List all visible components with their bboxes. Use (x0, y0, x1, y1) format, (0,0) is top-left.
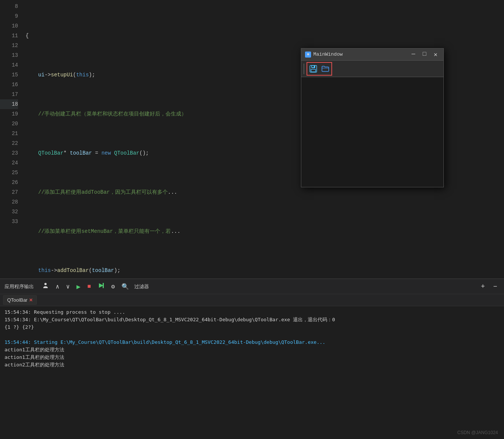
output-tab-close[interactable]: ✕ (29, 298, 33, 303)
svg-rect-3 (312, 66, 314, 67)
output-person-icon (42, 282, 49, 289)
output-line-7: action1工具栏的处理方法 (5, 354, 499, 361)
ln-28: 28 (0, 197, 18, 207)
ln-21: 21 (0, 129, 18, 138)
output-search-btn[interactable]: 🔍 (120, 282, 131, 291)
svg-point-4 (44, 283, 47, 285)
output-debug-btn[interactable] (96, 281, 106, 292)
output-line-4 (5, 331, 499, 339)
output-line-2: 15:54:34: E:\My_Course\QT\QToolBar\build… (5, 316, 499, 324)
output-up-btn[interactable]: ∧ (54, 282, 61, 291)
preview-close-btn[interactable]: ✕ (431, 50, 440, 59)
output-line-3: {1 ?} {2?} (5, 324, 499, 331)
output-line-6: action1工具栏的处理方法 (5, 346, 499, 354)
code-line-14: this->addToolBar(toolBar); (26, 266, 504, 275)
ln-20: 20 (0, 119, 18, 129)
preview-titlebar-controls[interactable]: — □ ✕ (409, 50, 440, 59)
ln-8: 8 (0, 2, 18, 11)
output-plus-btn[interactable]: + (478, 282, 487, 291)
ln-26: 26 (0, 178, 18, 187)
output-tab-qtoolbar[interactable]: QToolBar ✕ (3, 295, 37, 305)
code-line-12: //添加工具栏使用addTooBar，因为工具栏可以有多个... (26, 187, 504, 197)
output-down-btn[interactable]: ∨ (65, 282, 71, 291)
output-line-8: action2工具栏的处理方法 (5, 361, 499, 369)
ln-24: 24 (0, 158, 18, 168)
ln-9: 9 (0, 11, 18, 21)
toolbar-separator (304, 64, 304, 74)
svg-rect-6 (103, 283, 104, 288)
ln-11: 11 (0, 31, 18, 41)
output-line-5: 15:54:44: Starting E:\My_Course\QT\QTool… (5, 339, 499, 346)
output-line-1: 15:54:34: Requesting process to stop ...… (5, 308, 499, 316)
preview-maximize-btn[interactable]: □ (421, 50, 429, 59)
toolbar-btn-group (307, 62, 332, 76)
ln-19: 19 (0, 109, 18, 119)
ln-32: 32 (0, 207, 18, 217)
preview-app-icon: ■ (305, 52, 311, 58)
toolbar-save-btn[interactable] (308, 64, 319, 74)
watermark: CSDN @JANG1024 (457, 430, 498, 435)
ln-25: 25 (0, 168, 18, 178)
preview-title: MainWindow (313, 52, 343, 57)
output-tab-label: QToolBar (7, 297, 27, 303)
ln-33: 33 (0, 217, 18, 226)
filter-label: 过滤器 (134, 283, 149, 290)
ln-18: 18 (0, 99, 18, 109)
code-line-13: //添加菜单栏使用setMenuBar，菜单栏只能有一个，若... (26, 226, 504, 236)
save-icon (309, 65, 317, 73)
output-settings-btn[interactable]: ⚙ (110, 282, 117, 291)
svg-rect-2 (311, 69, 316, 72)
output-tabs: QToolBar ✕ (0, 294, 504, 306)
ln-17: 17 (0, 90, 18, 99)
preview-titlebar-left: ■ MainWindow (305, 52, 343, 58)
ln-14: 14 (0, 60, 18, 70)
output-run-btn[interactable]: ▶ (75, 282, 82, 292)
output-panel: 应用程序输出 ∧ ∨ ▶ ■ ⚙ 🔍 过滤器 + − QToolBa (0, 278, 504, 439)
ln-22: 22 (0, 138, 18, 148)
preview-content (301, 77, 443, 187)
preview-minimize-btn[interactable]: — (409, 50, 417, 59)
ln-10: 10 (0, 21, 18, 31)
debug-run-icon (98, 282, 105, 289)
toolbar-open-btn[interactable] (320, 64, 331, 74)
output-arrow-up-btn[interactable] (41, 281, 50, 292)
folder-icon (321, 65, 329, 73)
code-line-8: { (26, 31, 504, 41)
ln-23: 23 (0, 148, 18, 158)
output-label: 应用程序输出 (5, 283, 34, 290)
line-numbers: 8 9 10 11 12 13 14 15 16 17 18 19 20 21 … (0, 0, 23, 278)
ln-12: 12 (0, 41, 18, 50)
ln-15: 15 (0, 70, 18, 80)
output-stop-btn[interactable]: ■ (86, 283, 93, 291)
ln-27: 27 (0, 187, 18, 197)
output-minus-btn[interactable]: − (491, 282, 499, 291)
ln-13: 13 (0, 50, 18, 60)
output-toolbar: 应用程序输出 ∧ ∨ ▶ ■ ⚙ 🔍 过滤器 + − (0, 279, 504, 294)
preview-toolbar (301, 61, 443, 77)
ln-16: 16 (0, 80, 18, 90)
preview-titlebar: ■ MainWindow — □ ✕ (301, 49, 443, 61)
output-content: 15:54:34: Requesting process to stop ...… (0, 306, 504, 371)
preview-window: ■ MainWindow — □ ✕ (301, 48, 444, 187)
